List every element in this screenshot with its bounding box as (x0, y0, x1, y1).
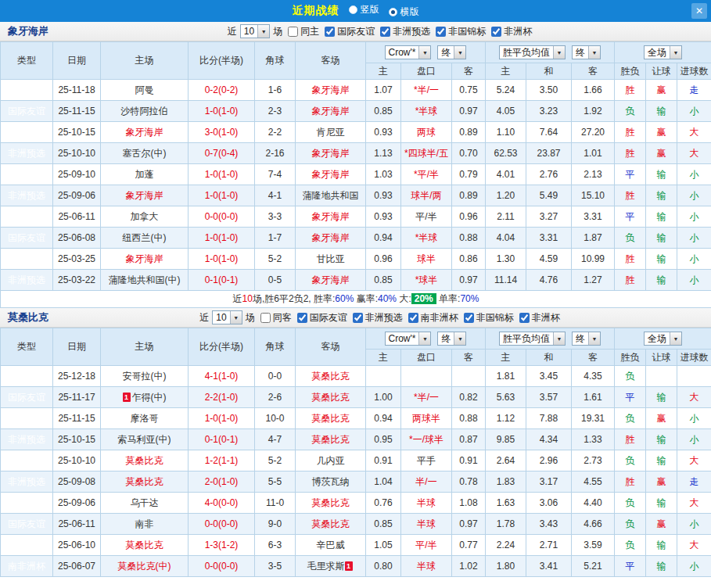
checkbox-input[interactable] (464, 313, 474, 323)
asian-away-odds: 0.70 (452, 143, 486, 164)
scope-select[interactable]: 全场▼ (644, 45, 682, 59)
euro-draw-odds: 3.17 (526, 471, 572, 493)
avg-odds-select[interactable]: 胜平负均值▼ (499, 332, 566, 346)
checkbox-input[interactable] (491, 27, 501, 37)
away-team: 毛里求斯 (307, 561, 345, 572)
corner-score: 3-3 (255, 206, 296, 228)
goals-result-cell: 大 (677, 387, 711, 408)
filter-checkbox-1[interactable]: 国际友谊 (297, 311, 347, 324)
goals-result-cell: 小 (677, 514, 711, 535)
type-badge: 国际友谊 (1, 408, 53, 429)
close-button[interactable]: ✕ (691, 3, 707, 19)
euro-away-odds: 4.66 (572, 514, 615, 535)
table-row: 南非洲杯25-06-10莫桑比克1-3(1-2)6-3辛巴威1.05平/半0.7… (1, 535, 711, 556)
filter-checkbox-3[interactable]: 非国锦标 (436, 25, 486, 38)
euro-home-odds: 1.81 (486, 366, 526, 387)
recent-count-select-value: 10 (244, 26, 257, 37)
recent-label: 近 (199, 311, 209, 324)
euro-home-odds: 9.85 (486, 429, 526, 450)
match-score: 0-0(0-0) (189, 206, 255, 228)
home-team-cell: 纽西兰(中) (101, 228, 189, 249)
team-name: 象牙海岸 (8, 24, 48, 38)
match-score: 4-1(1-0) (189, 366, 255, 387)
checkbox-input[interactable] (436, 27, 446, 37)
match-score: 0-2(0-2) (189, 80, 255, 101)
checkbox-input[interactable] (325, 27, 335, 37)
asian-away-odds: 0.89 (452, 185, 486, 206)
type-badge: 南非洲杯 (1, 556, 53, 577)
column-header: 和 (526, 63, 572, 80)
final-avg-select-value: 终 (576, 332, 588, 346)
final-odds-select[interactable]: 终▼ (437, 332, 466, 346)
match-date: 25-09-10 (53, 164, 101, 185)
match-date: 25-03-25 (53, 249, 101, 270)
checkbox-input[interactable] (408, 313, 418, 323)
recent-count-select[interactable]: 10▼ (240, 24, 270, 38)
asian-home-odds (366, 366, 401, 387)
away-team-cell: 象牙海岸 (296, 80, 366, 101)
filter-checkbox-4[interactable]: 非洲杯 (491, 25, 532, 38)
euro-away-odds: 1.01 (572, 143, 615, 164)
filter-label: 非洲杯 (532, 311, 560, 324)
checkbox-input[interactable] (260, 313, 271, 323)
filter-checkbox-3[interactable]: 南非洲杯 (408, 311, 458, 324)
match-date: 25-06-10 (53, 535, 101, 556)
filter-checkbox-0[interactable]: 同客 (260, 311, 292, 324)
checkbox-input[interactable] (353, 313, 363, 323)
goals-result-cell: 小 (677, 228, 711, 249)
home-team: 索马利亚(中) (118, 434, 171, 445)
odds-company-select[interactable]: Crow'*▼ (385, 45, 432, 59)
filter-checkbox-0[interactable]: 同主 (288, 25, 319, 38)
final-odds-select[interactable]: 终▼ (437, 45, 466, 59)
match-score: 0-7(0-4) (189, 143, 255, 164)
orientation-radio-horizontal[interactable]: 横版 (389, 5, 419, 19)
euro-home-odds: 1.78 (486, 514, 526, 535)
final-avg-select[interactable]: 终▼ (572, 332, 601, 346)
filter-checkbox-1[interactable]: 国际友谊 (325, 25, 375, 38)
euro-draw-odds: 7.88 (526, 408, 572, 429)
corner-score: 4-1 (255, 185, 296, 206)
filter-checkbox-5[interactable]: 非洲杯 (519, 311, 560, 324)
filter-checkbox-4[interactable]: 非国锦标 (464, 311, 514, 324)
asian-handicap: *半球 (401, 228, 452, 249)
column-header: 类型 (1, 42, 53, 80)
checkbox-input[interactable] (519, 313, 530, 323)
final-avg-select[interactable]: 终▼ (572, 45, 601, 59)
handicap-result-cell: 赢 (646, 471, 677, 493)
scope-select[interactable]: 全场▼ (644, 332, 682, 346)
filter-checkbox-2[interactable]: 非洲预选 (353, 311, 403, 324)
type-badge: 非洲预选 (1, 471, 53, 493)
checkbox-input[interactable] (288, 27, 298, 37)
radio-icon (349, 5, 357, 14)
checkbox-input[interactable] (297, 313, 307, 323)
away-team: 肯尼亚 (317, 127, 345, 138)
chevron-down-icon: ▼ (588, 46, 600, 59)
final-odds-select-value: 终 (441, 46, 454, 59)
result-cell: 负 (615, 408, 646, 429)
away-team-cell: 毛里求斯1 (296, 556, 366, 577)
away-team: 象牙海岸 (312, 148, 350, 159)
filter-checkbox-2[interactable]: 非洲预选 (380, 25, 430, 38)
asian-handicap: 半球 (401, 514, 452, 535)
match-score: 2-0(1-0) (189, 471, 255, 493)
home-team-cell: 南非 (101, 514, 189, 535)
euro-away-odds: 1.92 (572, 101, 615, 122)
euro-home-odds: 1.30 (486, 249, 526, 270)
orientation-radio-vertical[interactable]: 竖版 (349, 3, 379, 16)
type-badge: 非洲预选 (1, 270, 53, 291)
recent-count-select[interactable]: 10▼ (212, 310, 242, 324)
result-cell: 负 (615, 450, 646, 471)
table-row: 国际友谊25-11-15摩洛哥1-0(1-0)10-0莫桑比克0.94两球半0.… (1, 408, 711, 429)
match-date: 25-10-10 (53, 143, 101, 164)
asian-handicap: *半/一 (401, 387, 452, 408)
avg-odds-select[interactable]: 胜平负均值▼ (499, 45, 566, 59)
matches-label: 场 (246, 311, 255, 324)
away-team: 辛巴威 (317, 540, 345, 550)
goals-result-cell: 走 (677, 80, 711, 101)
asian-home-odds: 0.95 (366, 429, 401, 450)
match-date: 25-11-17 (53, 387, 101, 408)
odds-company-select[interactable]: Crow'*▼ (385, 332, 432, 346)
away-team-cell: 莫桑比克 (296, 387, 366, 408)
away-team: 象牙海岸 (312, 106, 350, 117)
checkbox-input[interactable] (380, 27, 390, 37)
